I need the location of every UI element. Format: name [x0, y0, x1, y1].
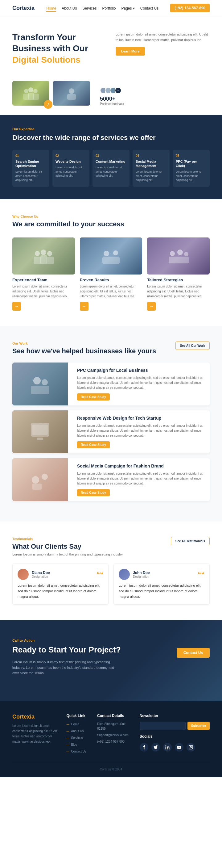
twitter-icon[interactable]: [151, 743, 160, 752]
why-card-title-team: Experienced Team: [12, 278, 75, 282]
svg-rect-25: [32, 425, 48, 435]
why-card-strategies: Tailored Strategies Lorem ipsum dolor si…: [147, 238, 210, 311]
footer-links-list: Home About Us Services Blog Contact Us: [66, 722, 90, 753]
linkedin-icon[interactable]: [163, 743, 172, 752]
work-img-ppc: [12, 363, 68, 405]
testi-avatar-john: [119, 569, 130, 580]
cta-tag: Call-to-Action: [12, 639, 121, 642]
svg-point-10: [47, 251, 52, 256]
footer-link-home[interactable]: Home: [66, 722, 90, 726]
quote-icon-diana: ❝❝: [97, 571, 103, 578]
work-img-web: [12, 410, 68, 453]
nav-item-portfolio[interactable]: Portfolio: [102, 6, 116, 10]
svg-point-2: [33, 89, 38, 93]
service-num-5: 05: [176, 154, 207, 157]
nav-phone-button[interactable]: (+92) 134-567-890: [170, 4, 210, 12]
newsletter-input[interactable]: [140, 722, 186, 730]
testi-avatar-diana: [17, 569, 29, 580]
svg-rect-7: [67, 94, 76, 100]
work-title: See how we've helped businesses like you…: [12, 347, 156, 355]
work-item-desc-ppc: Lorem ipsum dolor sit amet, consectetur …: [77, 375, 205, 390]
cta-desc: Lorem Ipsum is simply dummy text of the …: [12, 659, 117, 676]
learn-more-button[interactable]: Learn More: [116, 47, 145, 56]
svg-point-8: [35, 251, 40, 256]
testi-name-john: John Doe: [133, 571, 150, 575]
why-card-title-results: Proven Results: [80, 278, 143, 282]
work-content-social: Social Media Campaign for Fashion Brand …: [73, 458, 210, 501]
nav-item-contact[interactable]: Contact Us: [140, 6, 158, 10]
footer-contact-email: Support@cortexia.com: [97, 733, 132, 737]
work-header-text: Our Work See how we've helped businesses…: [12, 342, 156, 355]
service-num-2: 02: [56, 154, 86, 157]
svg-point-0: [24, 89, 28, 93]
hero-img-box-2: [53, 81, 90, 105]
nav-item-services[interactable]: Services: [82, 6, 97, 10]
work-section: Our Work See how we've helped businesses…: [0, 326, 222, 522]
stats-label: Positive feedback: [100, 102, 124, 105]
service-name-3: Content Marketing: [96, 159, 126, 164]
hero-avatars: +: [100, 87, 124, 94]
see-all-testimonials-button[interactable]: See All Testimonials: [171, 537, 210, 545]
service-desc-1: Lorem ipsum dolor sit amet, consectetur …: [15, 170, 46, 183]
work-header: Our Work See how we've helped businesses…: [12, 342, 210, 355]
why-arrow-results[interactable]: →: [80, 302, 88, 311]
svg-point-21: [33, 377, 41, 384]
why-arrow-strategies[interactable]: →: [147, 302, 156, 311]
see-all-work-button[interactable]: See All Our Work: [176, 342, 210, 350]
hero-arrow-button[interactable]: ↗: [44, 100, 52, 109]
footer-link-blog[interactable]: Blog: [66, 742, 90, 747]
read-case-study-ppc[interactable]: Read Case Study: [77, 393, 110, 401]
service-name-4: Social Media Management: [136, 159, 166, 168]
service-card-web: 02 Website Design Lorem ipsum dolor sit …: [52, 150, 89, 187]
instagram-icon[interactable]: [187, 743, 195, 752]
footer: Cortexia Lorem ipsum dolor sit amet, con…: [0, 701, 222, 777]
work-item-desc-social: Lorem ipsum dolor sit amet, consectetur …: [77, 471, 205, 486]
svg-rect-13: [46, 257, 54, 264]
expertise-title: Discover the wide range of services we o…: [12, 133, 210, 142]
footer-link-contact[interactable]: Contact Us: [66, 749, 90, 753]
footer-logo: Cortexia: [12, 714, 59, 720]
cta-title: Ready to Start Your Project?: [12, 645, 121, 655]
svg-rect-11: [34, 257, 41, 264]
service-card-content: 03 Content Marketing Lorem ipsum dolor s…: [92, 150, 130, 187]
nav-item-about[interactable]: About Us: [62, 6, 77, 10]
newsletter-input-row: Subscribe: [140, 722, 210, 730]
read-case-study-web[interactable]: Read Case Study: [77, 441, 110, 448]
why-card-img-strategies: [147, 238, 210, 275]
read-case-study-social[interactable]: Read Case Study: [77, 489, 110, 496]
footer-link-about[interactable]: About Us: [66, 728, 90, 733]
work-item-ppc: PPC Campaign for Local Business Lorem ip…: [12, 363, 210, 405]
service-card-social: 04 Social Media Management Lorem ipsum d…: [133, 150, 170, 187]
youtube-icon[interactable]: [175, 743, 183, 752]
why-card-title-strategies: Tailored Strategies: [147, 278, 210, 282]
svg-rect-5: [33, 94, 39, 100]
why-card-desc-strategies: Lorem ipsum dolor sit amet, consectetur …: [147, 284, 210, 299]
footer-brand: Cortexia Lorem ipsum dolor sit amet, con…: [12, 714, 59, 755]
service-card-ppc: 05 PPC (Pay per Click) Lorem ipsum dolor…: [173, 150, 210, 187]
testimonial-card-john: John Doe Designation ❝❝ Lorem ipsum dolo…: [113, 563, 210, 604]
stats-number: 5000+: [100, 96, 124, 102]
hero-images-row: ↗ + 5000+ Positive feedback: [0, 81, 222, 115]
hero-image-1: ↗: [12, 81, 49, 105]
testi-author-info-diana: Diana Doe Designation: [32, 571, 50, 578]
testimonials-header: Testimonials What Our Clients Say See Al…: [12, 537, 210, 551]
footer-grid: Cortexia Lorem ipsum dolor sit amet, con…: [12, 714, 210, 755]
why-arrow-team[interactable]: →: [12, 302, 21, 311]
why-card-desc-results: Lorem ipsum dolor sit amet, consectetur …: [80, 284, 143, 299]
footer-contact-phone: (+92) 1234-567-890: [97, 739, 132, 744]
svg-point-1: [28, 87, 33, 92]
cta-contact-button[interactable]: Contact Us: [177, 648, 210, 658]
hero-section: Transform Your Business with Our Digital…: [0, 17, 222, 81]
nav-item-pages[interactable]: Pages ▾: [121, 6, 135, 10]
testi-author-john: John Doe Designation ❝❝: [119, 569, 205, 580]
nav-item-home[interactable]: Home: [46, 6, 56, 10]
newsletter-subscribe-button[interactable]: Subscribe: [187, 722, 210, 730]
nav-links: Home About Us Services Portfolio Pages ▾…: [46, 6, 158, 10]
facebook-icon[interactable]: [140, 743, 148, 752]
testi-text-diana: Lorem ipsum dolor sit amet, consectetur …: [17, 583, 103, 599]
why-cards: Experienced Team Lorem ipsum dolor sit a…: [12, 238, 210, 311]
why-card-img-results: [80, 238, 143, 275]
footer-link-services[interactable]: Services: [66, 735, 90, 740]
social-icons-row: [140, 743, 210, 752]
nav-logo[interactable]: Cortexia: [12, 5, 35, 11]
